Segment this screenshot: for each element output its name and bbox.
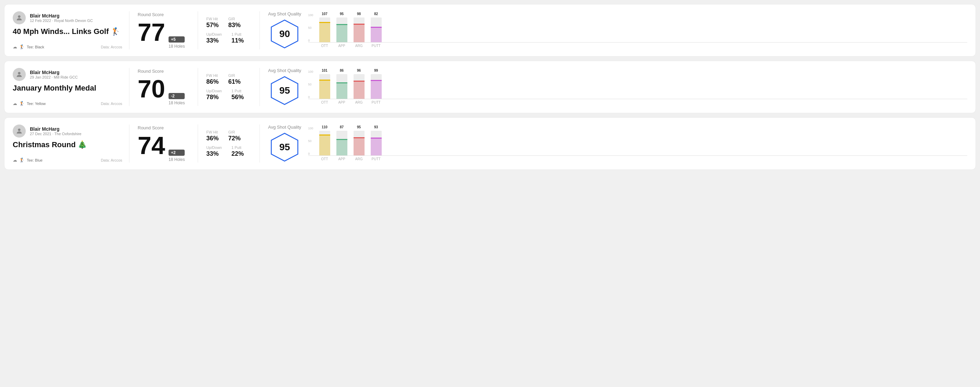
oneputt-value-0: 11% [231, 37, 244, 44]
updown-value-2: 33% [206, 150, 222, 157]
updown-label-0: Up/Down [206, 32, 222, 36]
user-row-0: Blair McHarg 12 Feb 2022 · Royal North D… [13, 11, 122, 24]
bag-icon-2: 🏌 [19, 157, 25, 163]
score-badge-1: -2 [169, 93, 185, 99]
user-meta-2: 27 Dec 2021 · The Oxfordshire [30, 132, 81, 136]
card-score-0: Round Score 77 +5 18 Holes [129, 11, 198, 49]
card-score-2: Round Score 74 +2 18 Holes [129, 125, 198, 163]
user-info-0: Blair McHarg 12 Feb 2022 · Royal North D… [30, 13, 93, 23]
score-badge-wrap-0: +5 18 Holes [169, 36, 185, 49]
card-stats-1: FW Hit 86% GIR 61% Up/Down 78% 1 Putt 56… [198, 68, 260, 106]
quality-hex-wrap-1: Avg Shot Quality 95 [268, 68, 301, 106]
weather-icon-2: ☁ [13, 157, 17, 163]
fw-hit-value-0: 57% [206, 22, 219, 29]
quality-label-1: Avg Shot Quality [268, 68, 301, 73]
round-score-label-0: Round Score [138, 12, 189, 17]
tee-info-2: ☁ 🏌 Tee: Blue [13, 157, 43, 163]
stats-row-top-1: FW Hit 86% GIR 61% [206, 73, 251, 86]
oneputt-label-1: 1 Putt [231, 89, 244, 93]
stats-row-top-0: FW Hit 57% GIR 83% [206, 17, 251, 29]
user-info-2: Blair McHarg 27 Dec 2021 · The Oxfordshi… [30, 126, 81, 136]
round-score-label-1: Round Score [138, 68, 189, 74]
gir-0: GIR 83% [228, 17, 240, 29]
score-big-0: 77 [138, 20, 165, 44]
hex-score-0: 90 [279, 29, 290, 40]
fw-hit-label-0: FW Hit [206, 17, 219, 21]
gir-label-2: GIR [228, 130, 240, 134]
score-row-0: 77 +5 18 Holes [138, 20, 189, 49]
oneputt-label-0: 1 Putt [231, 32, 244, 36]
user-meta-1: 29 Jan 2022 · Mill Ride GCC [30, 75, 78, 79]
holes-text-0: 18 Holes [169, 44, 185, 49]
card-footer-1: ☁ 🏌 Tee: Yellow Data: Arccos [13, 101, 122, 106]
score-big-1: 70 [138, 76, 165, 101]
stats-row-bot-2: Up/Down 33% 1 Putt 22% [206, 146, 251, 157]
card-stats-0: FW Hit 57% GIR 83% Up/Down 33% 1 Putt 11… [198, 11, 260, 49]
tee-info-0: ☁ 🏌 Tee: Black [13, 44, 44, 49]
quality-hex-wrap-2: Avg Shot Quality 95 [268, 125, 301, 163]
card-stats-2: FW Hit 36% GIR 72% Up/Down 33% 1 Putt 22… [198, 125, 260, 163]
hexagon-2: 95 [269, 132, 300, 163]
user-name-0: Blair McHarg [30, 13, 93, 19]
data-source-0: Data: Arccos [101, 45, 122, 49]
fw-hit-0: FW Hit 57% [206, 17, 219, 29]
updown-2: Up/Down 33% [206, 146, 222, 157]
round-card-2: Blair McHarg 27 Dec 2021 · The Oxfordshi… [4, 117, 976, 170]
tee-label-0: Tee: Black [27, 45, 44, 49]
data-source-1: Data: Arccos [101, 102, 122, 106]
fw-hit-1: FW Hit 86% [206, 73, 219, 86]
weather-icon-1: ☁ [13, 101, 17, 106]
user-name-2: Blair McHarg [30, 126, 81, 132]
score-badge-2: +2 [169, 149, 185, 156]
score-big-2: 74 [138, 133, 165, 158]
score-row-1: 70 -2 18 Holes [138, 76, 189, 105]
gir-value-0: 83% [228, 22, 240, 29]
round-card-0: Blair McHarg 12 Feb 2022 · Royal North D… [4, 4, 976, 57]
bag-icon-1: 🏌 [19, 101, 25, 106]
svg-point-2 [18, 72, 20, 75]
avatar-0 [13, 11, 26, 24]
round-title-2: Christmas Round 🎄 [13, 140, 122, 149]
oneputt-2: 1 Putt 22% [231, 146, 244, 157]
card-footer-2: ☁ 🏌 Tee: Blue Data: Arccos [13, 157, 122, 163]
stats-row-top-2: FW Hit 36% GIR 72% [206, 130, 251, 142]
svg-point-4 [18, 128, 20, 131]
user-row-2: Blair McHarg 27 Dec 2021 · The Oxfordshi… [13, 125, 122, 138]
score-badge-0: +5 [169, 36, 185, 43]
bag-icon-0: 🏌 [19, 44, 25, 49]
user-info-1: Blair McHarg 29 Jan 2022 · Mill Ride GCC [30, 70, 78, 79]
card-left-2: Blair McHarg 27 Dec 2021 · The Oxfordshi… [13, 125, 129, 163]
hexagon-1: 95 [269, 75, 300, 106]
data-source-2: Data: Arccos [101, 158, 122, 162]
fw-hit-value-1: 86% [206, 78, 219, 86]
fw-hit-value-2: 36% [206, 135, 219, 142]
gir-1: GIR 61% [228, 73, 240, 86]
gir-2: GIR 72% [228, 130, 240, 142]
updown-value-1: 78% [206, 94, 222, 101]
svg-point-0 [18, 16, 20, 18]
round-title-0: 40 Mph Winds... Links Golf 🏌️ [13, 27, 122, 36]
round-card-1: Blair McHarg 29 Jan 2022 · Mill Ride GCC… [4, 61, 976, 113]
stats-row-bot-0: Up/Down 33% 1 Putt 11% [206, 32, 251, 44]
updown-label-1: Up/Down [206, 89, 222, 93]
card-score-1: Round Score 70 -2 18 Holes [129, 68, 198, 106]
fw-hit-label-2: FW Hit [206, 130, 219, 134]
quality-hex-wrap-0: Avg Shot Quality 90 [268, 11, 301, 49]
updown-value-0: 33% [206, 37, 222, 44]
hex-score-2: 95 [279, 142, 290, 153]
holes-text-1: 18 Holes [169, 100, 185, 105]
tee-label-2: Tee: Blue [27, 158, 43, 162]
oneputt-value-1: 56% [231, 94, 244, 101]
hex-score-1: 95 [279, 85, 290, 96]
score-row-2: 74 +2 18 Holes [138, 133, 189, 162]
weather-icon-0: ☁ [13, 44, 17, 49]
gir-label-0: GIR [228, 17, 240, 21]
updown-0: Up/Down 33% [206, 32, 222, 44]
oneputt-1: 1 Putt 56% [231, 89, 244, 101]
gir-value-2: 72% [228, 135, 240, 142]
round-title-1: January Monthly Medal [13, 84, 122, 93]
user-row-1: Blair McHarg 29 Jan 2022 · Mill Ride GCC [13, 68, 122, 81]
card-left-1: Blair McHarg 29 Jan 2022 · Mill Ride GCC… [13, 68, 129, 106]
avatar-1 [13, 68, 26, 81]
score-badge-wrap-1: -2 18 Holes [169, 93, 185, 105]
